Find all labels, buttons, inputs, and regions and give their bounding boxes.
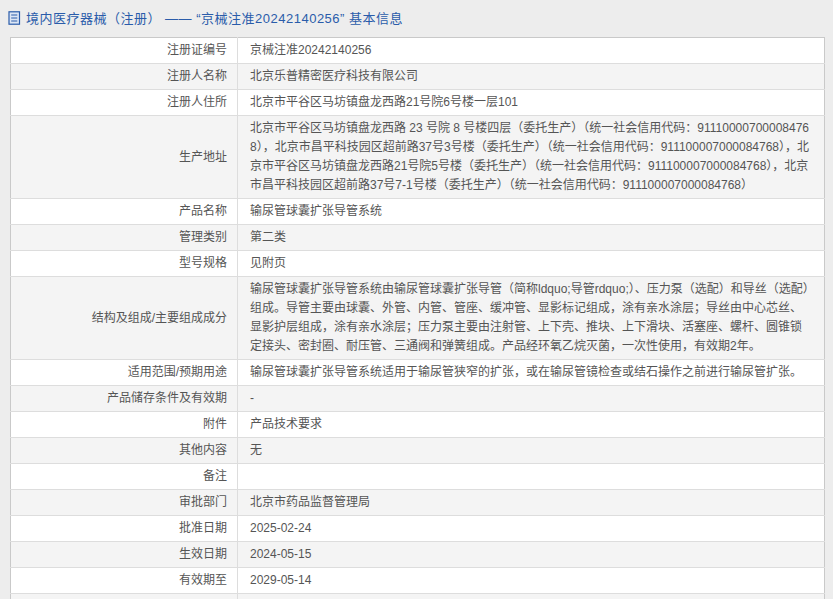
table-row: 备注 bbox=[11, 464, 825, 490]
table-row: 注册证编号 京械注准20242140256 bbox=[11, 38, 825, 64]
row-value-effective-date: 2024-05-15 bbox=[238, 542, 825, 568]
row-value-composition: 输尿管球囊扩张导管系统由输尿管球囊扩张导管（简称ldquo;导管rdquo;）、… bbox=[238, 277, 825, 360]
row-label-product-name: 产品名称 bbox=[11, 199, 238, 225]
table-row: 产品名称 输尿管球囊扩张导管系统 bbox=[11, 199, 825, 225]
row-value-management-class: 第二类 bbox=[238, 225, 825, 251]
table-row: 变更情况 住所： “北京市平谷区马坊镇盘龙西路23号院5号楼” 变更为 “北京市… bbox=[11, 594, 825, 599]
row-value-registrant-address: 北京市平谷区马坊镇盘龙西路21号院6号楼一层101 bbox=[238, 90, 825, 116]
row-value-expiry-date: 2029-05-14 bbox=[238, 568, 825, 594]
row-label-management-class: 管理类别 bbox=[11, 225, 238, 251]
row-label-effective-date: 生效日期 bbox=[11, 542, 238, 568]
row-label-composition: 结构及组成/主要组成成分 bbox=[11, 277, 238, 360]
table-row: 注册人名称 北京乐普精密医疗科技有限公司 bbox=[11, 64, 825, 90]
table-row: 批准日期 2025-02-24 bbox=[11, 516, 825, 542]
row-label-attachment: 附件 bbox=[11, 412, 238, 438]
row-value-storage-validity: - bbox=[238, 386, 825, 412]
row-value-approval-date: 2025-02-24 bbox=[238, 516, 825, 542]
row-value-production-address: 北京市平谷区马坊镇盘龙西路 23 号院 8 号楼四层（委托生产）（统一社会信用代… bbox=[238, 116, 825, 199]
row-label-registrant-address: 注册人住所 bbox=[11, 90, 238, 116]
row-label-production-address: 生产地址 bbox=[11, 116, 238, 199]
row-value-remarks bbox=[238, 464, 825, 490]
row-value-product-name: 输尿管球囊扩张导管系统 bbox=[238, 199, 825, 225]
table-row: 有效期至 2029-05-14 bbox=[11, 568, 825, 594]
table-row: 生产地址 北京市平谷区马坊镇盘龙西路 23 号院 8 号楼四层（委托生产）（统一… bbox=[11, 116, 825, 199]
row-label-intended-use: 适用范围/预期用途 bbox=[11, 360, 238, 386]
row-label-approval-dept: 审批部门 bbox=[11, 490, 238, 516]
row-label-storage-validity: 产品储存条件及有效期 bbox=[11, 386, 238, 412]
row-value-approval-dept: 北京市药品监督管理局 bbox=[238, 490, 825, 516]
table-row: 其他内容 无 bbox=[11, 438, 825, 464]
table-row: 结构及组成/主要组成成分 输尿管球囊扩张导管系统由输尿管球囊扩张导管（简称ldq… bbox=[11, 277, 825, 360]
table-row: 管理类别 第二类 bbox=[11, 225, 825, 251]
page-header: 境内医疗器械（注册） —— “京械注准20242140256” 基本信息 bbox=[0, 0, 833, 34]
table-row: 审批部门 北京市药品监督管理局 bbox=[11, 490, 825, 516]
row-value-registrant-name: 北京乐普精密医疗科技有限公司 bbox=[238, 64, 825, 90]
row-label-remarks: 备注 bbox=[11, 464, 238, 490]
table-row: 产品储存条件及有效期 - bbox=[11, 386, 825, 412]
row-value-other-content: 无 bbox=[238, 438, 825, 464]
row-label-registrant-name: 注册人名称 bbox=[11, 64, 238, 90]
row-value-intended-use: 输尿管球囊扩张导管系统适用于输尿管狭窄的扩张，或在输尿管镜检查或结石操作之前进行… bbox=[238, 360, 825, 386]
row-label-approval-date: 批准日期 bbox=[11, 516, 238, 542]
row-label-other-content: 其他内容 bbox=[11, 438, 238, 464]
table-row: 注册人住所 北京市平谷区马坊镇盘龙西路21号院6号楼一层101 bbox=[11, 90, 825, 116]
document-icon bbox=[8, 11, 21, 25]
row-value-attachment: 产品技术要求 bbox=[238, 412, 825, 438]
table-row: 附件 产品技术要求 bbox=[11, 412, 825, 438]
row-value-model-spec: 见附页 bbox=[238, 251, 825, 277]
registration-info-table: 注册证编号 京械注准20242140256 注册人名称 北京乐普精密医疗科技有限… bbox=[10, 37, 825, 599]
table-row: 生效日期 2024-05-15 bbox=[11, 542, 825, 568]
table-row: 适用范围/预期用途 输尿管球囊扩张导管系统适用于输尿管狭窄的扩张，或在输尿管镜检… bbox=[11, 360, 825, 386]
row-label-change-info: 变更情况 bbox=[11, 594, 238, 599]
row-value-change-info: 住所： “北京市平谷区马坊镇盘龙西路23号院5号楼” 变更为 “北京市平谷区马坊… bbox=[238, 594, 825, 599]
row-value-cert-number: 京械注准20242140256 bbox=[238, 38, 825, 64]
row-label-expiry-date: 有效期至 bbox=[11, 568, 238, 594]
row-label-model-spec: 型号规格 bbox=[11, 251, 238, 277]
row-label-cert-number: 注册证编号 bbox=[11, 38, 238, 64]
page-title: 境内医疗器械（注册） —— “京械注准20242140256” 基本信息 bbox=[26, 8, 403, 27]
table-row: 型号规格 见附页 bbox=[11, 251, 825, 277]
